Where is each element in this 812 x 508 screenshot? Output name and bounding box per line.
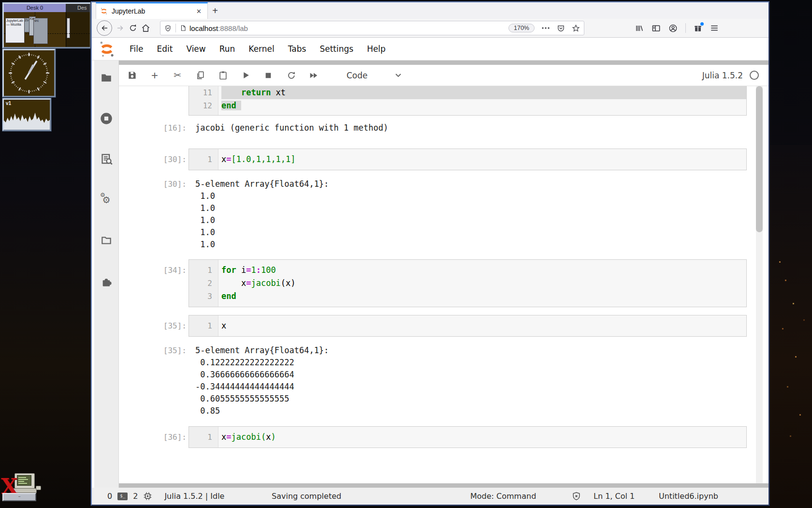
code-cell[interactable]: [34]:123for i=1:100 x=jacobi(x)end (119, 259, 754, 307)
kernel-chip-icon[interactable] (143, 492, 152, 501)
menu-help[interactable]: Help (360, 44, 392, 54)
running-sessions-tab[interactable] (100, 112, 113, 125)
forward-button[interactable] (116, 24, 125, 32)
copy-icon (196, 71, 205, 80)
cell-editor[interactable]: 1x (188, 315, 747, 337)
back-button[interactable] (97, 20, 112, 36)
cell-editor[interactable]: 1112 return xtend (188, 86, 747, 116)
cell-editor[interactable]: 1x=jacobi(x) (188, 426, 747, 448)
code-area[interactable]: for i=1:100 x=jacobi(x)end (218, 260, 746, 307)
sidebars-icon[interactable] (652, 24, 661, 33)
code-cell[interactable]: [35]:1x (119, 315, 754, 337)
terminal-count[interactable]: 0 (107, 492, 112, 501)
cell-prompt: [35]: (119, 315, 188, 337)
library-icon[interactable] (635, 24, 644, 33)
output-area: [30]:5-element Array{Float64,1}: 1.0 1.0… (119, 178, 754, 251)
pager-desk0[interactable]: JupyterLab — Mozilla Zo Xa src (4, 12, 66, 47)
new-tab-button[interactable]: + (208, 2, 222, 19)
page-actions-icon[interactable] (541, 27, 550, 30)
notebook-scroll-area[interactable]: 1112 return xtend [16]:jacobi (generic f… (119, 86, 768, 483)
clock-hour-hand (29, 65, 33, 73)
pager-desk1[interactable] (66, 12, 90, 47)
add-cell-button[interactable]: + (149, 70, 160, 81)
run-cell-button[interactable] (240, 70, 251, 81)
pager-grid-line (66, 33, 90, 34)
terminal-icon[interactable]: $_ (117, 493, 128, 500)
notebook-scrollbar[interactable] (756, 86, 763, 483)
chevron-down-icon[interactable] (395, 73, 402, 77)
menu-view[interactable]: View (179, 44, 212, 54)
hamburger-menu-icon[interactable] (710, 24, 719, 32)
menu-kernel[interactable]: Kernel (242, 44, 281, 54)
kernel-count[interactable]: 2 (133, 492, 138, 501)
code-cell[interactable]: [36]:1x=jacobi(x) (119, 426, 754, 448)
kernel-name-button[interactable]: Julia 1.5.2 (702, 71, 743, 80)
browser-navbar: localhost:8888/lab 170% (92, 19, 768, 38)
cell-editor[interactable]: 123for i=1:100 x=jacobi(x)end (188, 259, 747, 307)
trust-shield-icon[interactable] (572, 492, 581, 501)
file-browser-tab[interactable] (100, 71, 113, 85)
command-palette-tab[interactable] (100, 152, 113, 166)
cell-prompt: [34]: (119, 259, 188, 307)
bookmark-star-icon[interactable] (572, 24, 580, 32)
paste-icon (218, 71, 228, 80)
extension-manager-tab[interactable] (100, 274, 113, 288)
run-all-button[interactable] (308, 70, 319, 81)
copy-cells-button[interactable] (195, 70, 205, 81)
url-host: localhost (189, 24, 218, 32)
cut-cells-button[interactable]: ✂ (172, 70, 183, 81)
interrupt-kernel-button[interactable] (263, 70, 274, 81)
property-inspector-tab[interactable]: ⚙ ⚙ (100, 193, 113, 207)
kernel-status-text[interactable]: Julia 1.5.2 | Idle (164, 492, 224, 501)
code-area[interactable]: return xtend (218, 86, 746, 115)
cell-prompt (119, 86, 188, 116)
account-icon[interactable] (668, 24, 678, 33)
xterm-icon-label[interactable]: ~ (2, 493, 36, 501)
home-button[interactable] (141, 24, 150, 33)
puzzle-icon (100, 275, 113, 288)
restart-kernel-button[interactable] (286, 70, 296, 81)
cell-prompt: [30]: (119, 178, 188, 251)
mode-indicator[interactable]: Mode: Command (470, 492, 536, 501)
whats-new-gift-icon[interactable] (694, 24, 702, 32)
menu-file[interactable]: File (123, 44, 150, 54)
tab-close-button[interactable]: ✕ (194, 7, 203, 16)
pager-mini-window[interactable]: src (33, 18, 48, 44)
commands-icon (100, 153, 113, 166)
pocket-icon[interactable] (557, 24, 565, 32)
cell-type-select[interactable]: Code (347, 71, 368, 80)
open-tabs-tab[interactable] (100, 234, 113, 247)
save-icon (128, 71, 137, 80)
menu-edit[interactable]: Edit (150, 44, 179, 54)
menu-settings[interactable]: Settings (313, 44, 360, 54)
desktop-pager[interactable]: Desk 0 Des JupyterLab — Mozilla Zo Xa sr… (2, 2, 91, 48)
zoom-level-badge[interactable]: 170% (508, 24, 535, 32)
tracking-shield-icon[interactable] (164, 24, 172, 32)
cell-editor[interactable]: 1x=[1.0,1,1,1,1] (188, 149, 747, 170)
code-cell[interactable]: 1112 return xtend (119, 86, 754, 116)
pager-desk1-label[interactable]: Des (66, 4, 90, 12)
code-area[interactable]: x=jacobi(x) (218, 427, 746, 448)
menu-tabs[interactable]: Tabs (281, 44, 313, 54)
code-area[interactable]: x=[1.0,1,1,1,1] (218, 149, 746, 170)
reload-button[interactable] (129, 24, 137, 32)
menu-run[interactable]: Run (213, 44, 242, 54)
output-area: [35]:5-element Array{Float64,1}: 0.12222… (119, 344, 754, 417)
jupyter-favicon (100, 7, 108, 15)
cursor-position[interactable]: Ln 1, Col 1 (594, 492, 635, 501)
pager-desk0-label[interactable]: Desk 0 (4, 4, 66, 12)
pager-mini-browser-window[interactable]: JupyterLab — Mozilla (5, 18, 25, 43)
wallpaper-window-lights (779, 261, 781, 263)
save-button[interactable] (127, 70, 137, 81)
page-info-icon[interactable] (180, 24, 187, 32)
jupyterlab-status-bar: 0 $_ 2 Julia 1.5.2 | Idle (92, 488, 768, 505)
paste-cells-button[interactable] (218, 70, 228, 81)
code-area[interactable]: x (218, 315, 746, 336)
scrollbar-thumb[interactable] (756, 86, 763, 232)
jupyterlab-page: FileEditViewRunKernelTabsSettingsHelp (92, 38, 768, 505)
code-cell[interactable]: [30]:1x=[1.0,1,1,1,1] (119, 149, 754, 170)
kernel-status-icon[interactable] (750, 71, 759, 80)
browser-tab-jupyterlab[interactable]: JupyterLab ✕ (96, 2, 208, 19)
line-number-gutter: 1 (189, 315, 218, 336)
url-bar[interactable]: localhost:8888/lab 170% (160, 21, 584, 35)
